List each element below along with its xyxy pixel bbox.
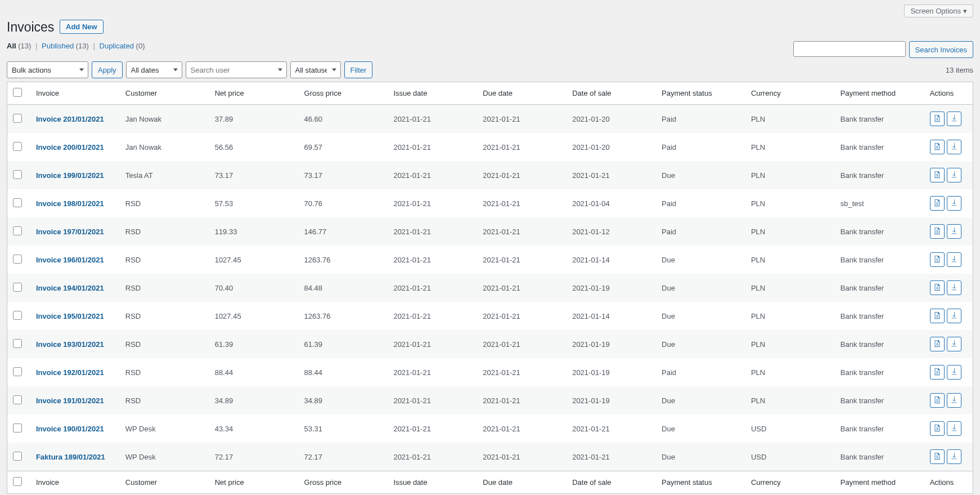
view-invoice-button[interactable] <box>930 365 945 380</box>
screen-options-button[interactable]: Screen Options ▾ <box>904 5 973 17</box>
invoice-link[interactable]: Invoice 195/01/2021 <box>36 312 104 320</box>
cell-due: 2021-01-21 <box>477 189 567 217</box>
view-invoice-button[interactable] <box>930 140 945 154</box>
col-sale[interactable]: Date of sale <box>567 82 656 105</box>
row-checkbox[interactable] <box>13 367 22 376</box>
download-invoice-button[interactable] <box>947 112 961 126</box>
search-user-input[interactable] <box>186 61 287 78</box>
search-invoices-input[interactable] <box>793 41 906 57</box>
cell-currency: PLN <box>745 330 835 358</box>
col-due[interactable]: Due date <box>477 82 567 105</box>
invoice-link[interactable]: Invoice 200/01/2021 <box>36 143 104 151</box>
filter-published[interactable]: Published (13) <box>42 42 91 50</box>
view-invoice-button[interactable] <box>930 337 945 351</box>
col-invoice[interactable]: Invoice <box>30 82 120 105</box>
view-invoice-button[interactable] <box>930 168 945 182</box>
row-checkbox[interactable] <box>13 226 22 235</box>
download-invoice-button[interactable] <box>947 224 961 239</box>
select-all-top-checkbox[interactable] <box>13 88 22 97</box>
filter-duplicated[interactable]: Duplicated (0) <box>100 42 145 50</box>
row-checkbox[interactable] <box>13 142 22 151</box>
apply-bulk-button[interactable]: Apply <box>92 61 123 78</box>
row-checkbox[interactable] <box>13 114 22 123</box>
cell-sale: 2021-01-21 <box>567 414 656 443</box>
row-checkbox[interactable] <box>13 198 22 207</box>
download-invoice-button[interactable] <box>947 196 961 211</box>
col-issue-foot[interactable]: Issue date <box>388 471 477 494</box>
col-net[interactable]: Net price <box>209 82 299 105</box>
cell-issue: 2021-01-21 <box>388 330 477 358</box>
invoice-link[interactable]: Invoice 191/01/2021 <box>36 396 104 405</box>
download-invoice-button[interactable] <box>947 280 961 295</box>
invoice-link[interactable]: Invoice 196/01/2021 <box>36 256 104 264</box>
download-invoice-button[interactable] <box>947 309 961 323</box>
invoice-link[interactable]: Invoice 193/01/2021 <box>36 340 104 349</box>
invoice-link[interactable]: Invoice 197/01/2021 <box>36 228 104 236</box>
download-invoice-button[interactable] <box>947 421 961 436</box>
row-checkbox[interactable] <box>13 283 22 292</box>
invoice-link[interactable]: Faktura 189/01/2021 <box>36 453 105 461</box>
cell-currency: PLN <box>745 274 835 302</box>
cell-due: 2021-01-21 <box>477 386 567 414</box>
download-invoice-button[interactable] <box>947 393 961 408</box>
bulk-actions-select[interactable]: Bulk actions <box>7 61 88 78</box>
col-gross[interactable]: Gross price <box>299 82 388 105</box>
invoice-link[interactable]: Invoice 190/01/2021 <box>36 425 104 433</box>
col-gross-foot[interactable]: Gross price <box>299 471 388 494</box>
download-invoice-button[interactable] <box>947 168 961 182</box>
col-currency[interactable]: Currency <box>745 82 835 105</box>
row-checkbox[interactable] <box>13 339 22 348</box>
filter-all[interactable]: All (13) <box>7 42 33 50</box>
col-invoice-foot[interactable]: Invoice <box>30 471 120 494</box>
filter-button[interactable]: Filter <box>344 61 373 78</box>
cell-sale: 2021-01-19 <box>567 386 656 414</box>
col-net-foot[interactable]: Net price <box>209 471 299 494</box>
col-sale-foot[interactable]: Date of sale <box>567 471 656 494</box>
row-checkbox[interactable] <box>13 255 22 264</box>
view-invoice-button[interactable] <box>930 421 945 436</box>
col-pstatus[interactable]: Payment status <box>656 82 745 105</box>
view-invoice-button[interactable] <box>930 393 945 408</box>
download-invoice-button[interactable] <box>947 337 961 351</box>
view-invoice-button[interactable] <box>930 252 945 267</box>
row-checkbox[interactable] <box>13 452 22 461</box>
invoice-link[interactable]: Invoice 198/01/2021 <box>36 199 104 208</box>
view-invoice-button[interactable] <box>930 449 945 464</box>
table-row: Invoice 190/01/2021WP Desk43.3453.312021… <box>7 414 973 443</box>
col-pmethod[interactable]: Payment method <box>835 82 924 105</box>
invoice-link[interactable]: Invoice 201/01/2021 <box>36 115 104 123</box>
download-icon <box>950 311 958 321</box>
dates-select[interactable]: All dates <box>126 61 182 78</box>
status-select[interactable]: All statuses <box>290 61 341 78</box>
download-invoice-button[interactable] <box>947 252 961 267</box>
view-invoice-button[interactable] <box>930 112 945 126</box>
col-customer-foot[interactable]: Customer <box>120 471 209 494</box>
view-invoice-button[interactable] <box>930 280 945 295</box>
select-all-bottom-checkbox[interactable] <box>13 477 22 486</box>
row-checkbox[interactable] <box>13 395 22 404</box>
col-customer[interactable]: Customer <box>120 82 209 105</box>
invoice-link[interactable]: Invoice 192/01/2021 <box>36 368 104 377</box>
download-invoice-button[interactable] <box>947 365 961 380</box>
col-pstatus-foot[interactable]: Payment status <box>656 471 745 494</box>
invoice-link[interactable]: Invoice 194/01/2021 <box>36 284 104 292</box>
col-pmethod-foot[interactable]: Payment method <box>835 471 924 494</box>
invoice-link[interactable]: Invoice 199/01/2021 <box>36 171 104 180</box>
cell-issue: 2021-01-21 <box>388 105 477 133</box>
col-due-foot[interactable]: Due date <box>477 471 567 494</box>
col-currency-foot[interactable]: Currency <box>745 471 835 494</box>
download-invoice-button[interactable] <box>947 449 961 464</box>
col-issue[interactable]: Issue date <box>388 82 477 105</box>
row-checkbox[interactable] <box>13 311 22 320</box>
cell-pstatus: Paid <box>656 358 745 386</box>
view-invoice-button[interactable] <box>930 224 945 239</box>
cell-pmethod: Bank transfer <box>835 133 924 161</box>
cell-customer: Jan Nowak <box>120 105 209 133</box>
download-invoice-button[interactable] <box>947 140 961 154</box>
row-checkbox[interactable] <box>13 423 22 432</box>
view-invoice-button[interactable] <box>930 309 945 323</box>
row-checkbox[interactable] <box>13 170 22 179</box>
search-invoices-button[interactable]: Search Invoices <box>909 41 974 58</box>
add-new-button[interactable]: Add New <box>60 20 104 34</box>
view-invoice-button[interactable] <box>930 196 945 211</box>
